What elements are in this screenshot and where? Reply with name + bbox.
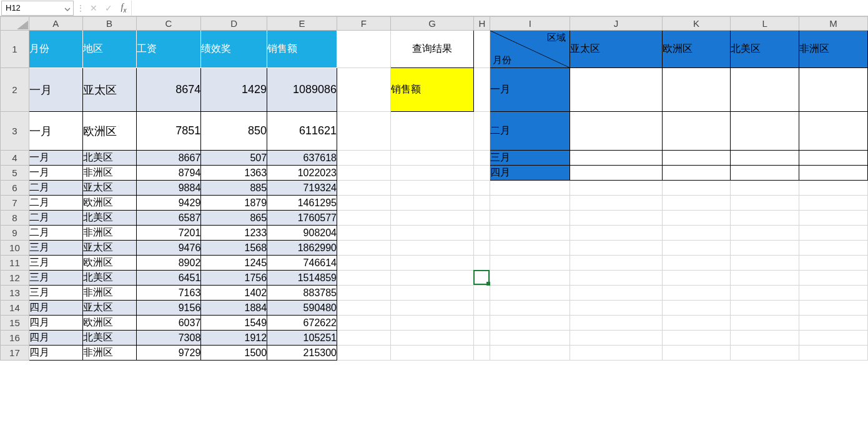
cell[interactable]: 北美区 <box>82 271 136 286</box>
cell[interactable]: 1429 <box>201 68 267 112</box>
cell[interactable] <box>337 271 391 286</box>
cell[interactable]: 908204 <box>267 226 337 241</box>
col-header-H[interactable]: H <box>474 17 490 31</box>
cell[interactable] <box>474 226 490 241</box>
cell[interactable] <box>662 286 731 301</box>
row-header[interactable]: 9 <box>1 226 29 241</box>
cell[interactable] <box>474 31 490 68</box>
cell[interactable] <box>731 166 799 181</box>
cell[interactable] <box>337 68 391 112</box>
cell[interactable] <box>337 316 391 331</box>
cell[interactable] <box>490 196 570 211</box>
cell[interactable] <box>731 196 799 211</box>
cell[interactable]: 1760577 <box>267 211 337 226</box>
cell[interactable]: 欧洲区 <box>82 112 136 151</box>
cell[interactable]: 二月 <box>29 211 82 226</box>
cell[interactable]: 850 <box>201 112 267 151</box>
cell[interactable] <box>390 151 474 166</box>
cell[interactable]: 1363 <box>201 166 267 181</box>
cell[interactable]: 8667 <box>136 151 201 166</box>
cell[interactable] <box>570 286 663 301</box>
cell[interactable]: 8794 <box>136 166 201 181</box>
cell[interactable]: 9429 <box>136 196 201 211</box>
cell[interactable] <box>474 316 490 331</box>
cell[interactable] <box>474 286 490 301</box>
cell[interactable] <box>474 196 490 211</box>
formula-input[interactable] <box>131 1 868 16</box>
cell[interactable] <box>731 316 799 331</box>
cell[interactable] <box>662 151 731 166</box>
row-header[interactable]: 12 <box>1 271 29 286</box>
cell[interactable] <box>799 316 868 331</box>
cell[interactable] <box>337 226 391 241</box>
cell[interactable] <box>474 331 490 346</box>
cell[interactable]: 1912 <box>201 331 267 346</box>
cell[interactable]: 月份 <box>29 31 82 68</box>
cell[interactable] <box>570 68 663 112</box>
cell[interactable] <box>390 226 474 241</box>
row-header[interactable]: 14 <box>1 301 29 316</box>
cell[interactable]: 1089086 <box>267 68 337 112</box>
cell[interactable] <box>731 331 799 346</box>
cell[interactable]: 欧洲区 <box>662 31 731 68</box>
cell[interactable] <box>570 112 663 151</box>
cell[interactable] <box>570 241 663 256</box>
cell[interactable]: 地区 <box>82 31 136 68</box>
cell[interactable]: 四月 <box>29 316 82 331</box>
cell[interactable]: 非洲区 <box>82 166 136 181</box>
cell[interactable] <box>390 256 474 271</box>
cell[interactable] <box>490 271 570 286</box>
row-header[interactable]: 3 <box>1 112 29 151</box>
col-header-F[interactable]: F <box>337 17 391 31</box>
cell[interactable] <box>390 196 474 211</box>
cell[interactable]: 1233 <box>201 226 267 241</box>
cell[interactable] <box>337 181 391 196</box>
cell[interactable]: 1402 <box>201 286 267 301</box>
cell[interactable] <box>474 166 490 181</box>
cell[interactable] <box>731 181 799 196</box>
cell[interactable] <box>337 211 391 226</box>
cell[interactable] <box>662 211 731 226</box>
cell[interactable] <box>337 286 391 301</box>
cell[interactable] <box>337 166 391 181</box>
cell[interactable]: 9729 <box>136 346 201 361</box>
cell[interactable] <box>490 331 570 346</box>
row-header[interactable]: 10 <box>1 241 29 256</box>
cell[interactable] <box>570 331 663 346</box>
cell[interactable]: 7851 <box>136 112 201 151</box>
cell[interactable] <box>662 271 731 286</box>
cell[interactable]: 1879 <box>201 196 267 211</box>
cell[interactable]: 746614 <box>267 256 337 271</box>
row-header[interactable]: 15 <box>1 316 29 331</box>
col-header-A[interactable]: A <box>29 17 82 31</box>
cell[interactable]: 一月 <box>29 151 82 166</box>
cell[interactable] <box>570 316 663 331</box>
cell[interactable]: 1756 <box>201 271 267 286</box>
row-header[interactable]: 16 <box>1 331 29 346</box>
cell[interactable] <box>490 256 570 271</box>
cell[interactable] <box>337 331 391 346</box>
cell[interactable] <box>799 151 868 166</box>
cell[interactable]: 一月 <box>29 166 82 181</box>
cell[interactable] <box>799 181 868 196</box>
cell[interactable]: 亚太区 <box>82 301 136 316</box>
col-header-C[interactable]: C <box>136 17 201 31</box>
cell[interactable] <box>474 151 490 166</box>
row-header[interactable]: 4 <box>1 151 29 166</box>
cell[interactable] <box>474 256 490 271</box>
cell[interactable] <box>490 346 570 361</box>
cell[interactable]: 6587 <box>136 211 201 226</box>
row-header[interactable]: 17 <box>1 346 29 361</box>
cell[interactable]: 绩效奖 <box>201 31 267 68</box>
cell[interactable] <box>337 112 391 151</box>
cell[interactable]: 北美区 <box>82 211 136 226</box>
cell[interactable] <box>570 226 663 241</box>
cell[interactable] <box>662 181 731 196</box>
cell[interactable]: 一月 <box>29 68 82 112</box>
cell[interactable] <box>799 68 868 112</box>
cell[interactable] <box>390 211 474 226</box>
cell[interactable]: 欧洲区 <box>82 316 136 331</box>
col-header-G[interactable]: G <box>390 17 474 31</box>
cell[interactable] <box>390 166 474 181</box>
cell[interactable] <box>474 181 490 196</box>
